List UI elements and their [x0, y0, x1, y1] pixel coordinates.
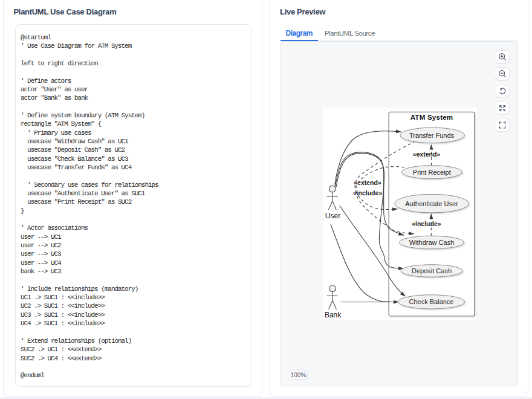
svg-text:Bank: Bank	[325, 311, 342, 319]
svg-text:ATM System: ATM System	[410, 113, 453, 121]
svg-text:Deposit Cash: Deposit Cash	[412, 267, 452, 274]
svg-text:User: User	[325, 212, 340, 220]
svg-text:«include»: «include»	[412, 220, 441, 227]
svg-text:Authenticate User: Authenticate User	[405, 200, 458, 207]
svg-text:«include»: «include»	[353, 189, 383, 196]
svg-text:Check Balance: Check Balance	[409, 298, 454, 305]
svg-text:Print Receipt: Print Receipt	[413, 169, 451, 176]
svg-text:«extend»: «extend»	[413, 151, 441, 158]
svg-text:Transfer Funds: Transfer Funds	[409, 132, 455, 139]
svg-text:Withdraw Cash: Withdraw Cash	[409, 239, 455, 246]
